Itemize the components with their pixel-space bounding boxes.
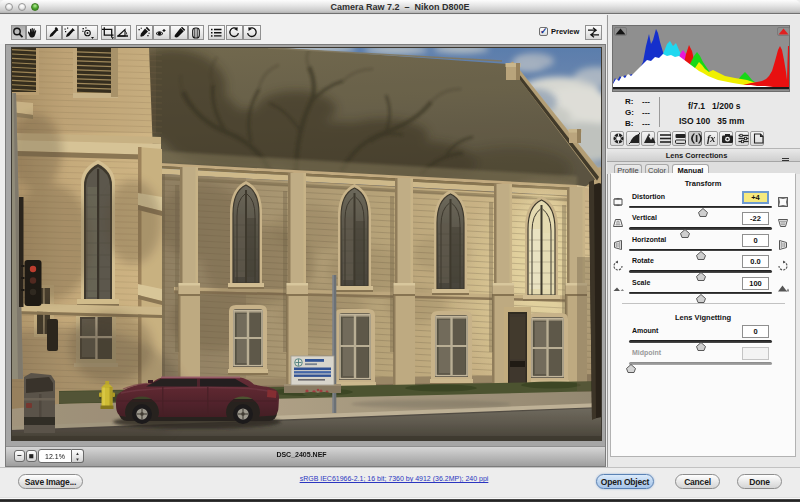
svg-text:fx: fx <box>707 133 715 144</box>
